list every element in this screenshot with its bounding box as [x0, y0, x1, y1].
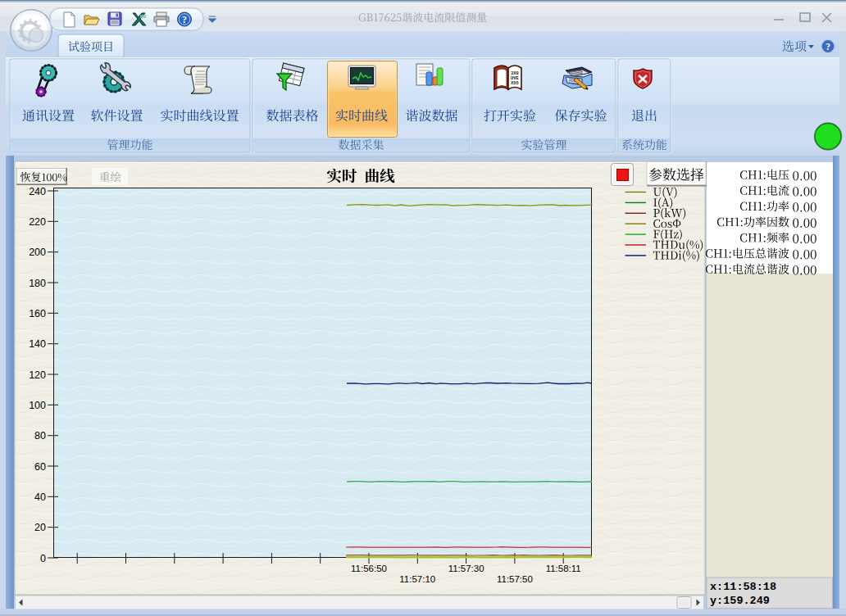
svg-text:40: 40	[34, 491, 46, 503]
svg-text:11:57:10: 11:57:10	[399, 574, 435, 584]
svg-text:y:159.249: y:159.249	[710, 595, 770, 607]
svg-text:140: 140	[29, 338, 46, 350]
svg-text:180: 180	[29, 278, 46, 289]
svg-text:60: 60	[34, 461, 46, 473]
svg-text:?: ?	[182, 14, 187, 25]
svg-text:220: 220	[29, 216, 46, 228]
svg-text:0: 0	[40, 553, 46, 564]
svg-text:11:56:50: 11:56:50	[351, 564, 387, 573]
svg-text:11:57:30: 11:57:30	[448, 564, 484, 573]
svg-text:20: 20	[34, 522, 46, 533]
svg-text:200: 200	[29, 247, 46, 258]
svg-text:11:57:50: 11:57:50	[497, 574, 533, 584]
svg-text:240: 240	[29, 186, 46, 197]
svg-text:X55: X55	[511, 80, 520, 86]
svg-text:x:11:58:18: x:11:58:18	[710, 581, 776, 593]
svg-text:120: 120	[29, 369, 46, 381]
svg-text:11:58:11: 11:58:11	[546, 564, 581, 573]
svg-text:160: 160	[29, 308, 46, 319]
svg-text:?: ?	[826, 42, 830, 52]
svg-text:80: 80	[34, 430, 46, 442]
svg-text:100: 100	[29, 400, 46, 411]
